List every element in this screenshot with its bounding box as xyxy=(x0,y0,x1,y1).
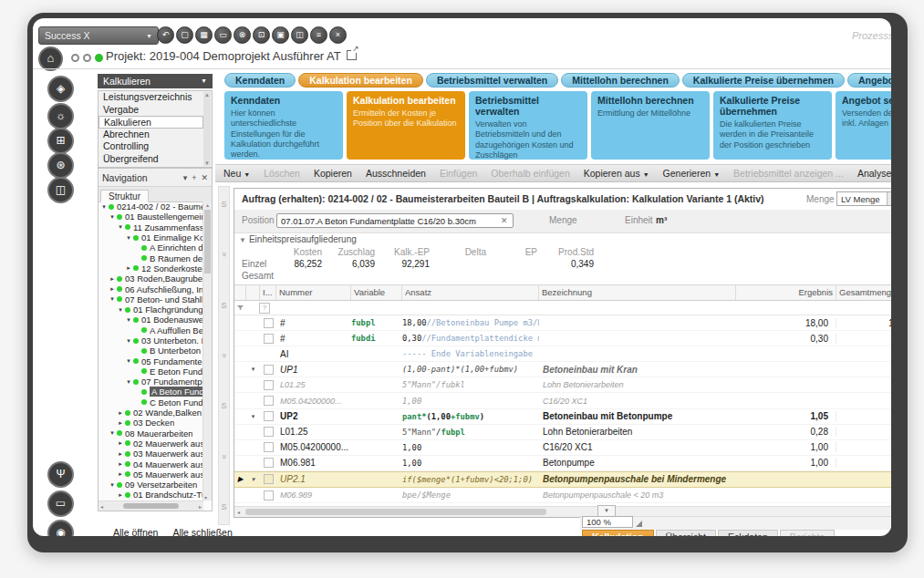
bottom-tab-übersicht[interactable]: Übersicht xyxy=(656,530,716,536)
tree-item[interactable]: ▸02 Mauerwerk aus Hochloch xyxy=(99,439,203,449)
row-checkbox[interactable] xyxy=(264,490,274,501)
row-checkbox[interactable] xyxy=(264,334,274,344)
zoom-level[interactable]: 100 % xyxy=(582,516,633,528)
tree-item[interactable]: ▸05 Mauerwerk aus Schalst-u xyxy=(99,470,203,480)
collapse-icon[interactable]: ▾ xyxy=(246,366,260,373)
layout-icon[interactable]: ▭ xyxy=(214,26,232,44)
row-checkbox[interactable] xyxy=(264,411,274,421)
tree-item[interactable]: ▾05 Fundamente aus Beto xyxy=(99,356,203,366)
table-row[interactable]: M06.9811,00Betonpumpe1,001,00 xyxy=(234,456,891,471)
process-card-2[interactable]: Kalkulation bearbeitenErmitteln der Kost… xyxy=(347,91,465,160)
expand-icon[interactable]: ▸ xyxy=(117,491,124,499)
table-row[interactable]: L01.255"Mann"/fubklLohn Betonierarbeiten xyxy=(234,377,891,393)
table-row[interactable]: AI----- Ende Variableneingabe ------ xyxy=(234,346,891,362)
expand-all-link[interactable]: Alle öffnen xyxy=(113,527,158,536)
filter-query-box[interactable]: ? xyxy=(259,303,270,314)
tree-item[interactable]: ▾08 Mauerarbeiten xyxy=(99,428,203,439)
tree-item[interactable]: ▾01 Einmalige Kosten der xyxy=(99,232,203,243)
tree-item[interactable]: ▾0214-002 / 02 - Baumeisterarbei xyxy=(99,201,203,212)
tree-item[interactable]: A Auffüllen Beton C8/ xyxy=(99,325,203,335)
tree-item[interactable]: ▸02 Wände,Balken und Stütze xyxy=(99,408,203,418)
row-checkbox[interactable] xyxy=(264,365,274,375)
expand-icon[interactable]: ▸ xyxy=(117,409,124,417)
close-icon[interactable]: ✕ xyxy=(201,173,208,182)
grid-column-header[interactable]: Ansatz xyxy=(402,285,539,300)
collapse-icon[interactable]: ▾ xyxy=(125,234,132,242)
resize-grip-icon[interactable] xyxy=(636,521,642,527)
tree-item[interactable]: ▸03 Decken xyxy=(99,418,203,428)
process-tab-2[interactable]: Kalkulation bearbeiten xyxy=(298,73,423,88)
workstation-icon[interactable]: ◉ xyxy=(47,520,74,536)
monitor-icon[interactable]: ▭ xyxy=(47,490,74,517)
print-icon[interactable]: ≡ xyxy=(310,26,327,44)
tree-item[interactable]: ▸04 Mauerwerk aus Porenbet xyxy=(99,459,203,469)
collapse-icon[interactable]: ▾ xyxy=(246,413,260,420)
table-row[interactable]: ▾UP2pant*(1,00+fubmv)Betoneinbau mit Bet… xyxy=(234,409,891,425)
row-checkbox[interactable] xyxy=(264,458,274,468)
paste-icon[interactable]: ▣ xyxy=(272,26,289,44)
sidebar-item-vergabe[interactable]: Vergabe xyxy=(99,104,203,117)
copy-icon[interactable]: ⊡ xyxy=(253,26,270,44)
external-link-icon[interactable] xyxy=(347,50,357,60)
bottom-tab-kalkulation[interactable]: Kalkulation xyxy=(582,530,654,536)
process-card-1[interactable]: KenndatenHier können unterschiedlichste … xyxy=(224,91,343,160)
expand-icon[interactable]: ▸ xyxy=(117,460,124,468)
sidebar-item-übergreifend[interactable]: Übergreifend xyxy=(99,153,203,166)
tree-item[interactable]: C Beton Fundamentpla xyxy=(99,397,203,408)
duplicate-icon[interactable]: ◫ xyxy=(291,26,308,44)
table-row[interactable]: M05.04200000...1,00C16/20 XC1 xyxy=(234,393,891,408)
process-card-4[interactable]: Mittellohn berechnenErmittlung der Mitte… xyxy=(591,91,710,160)
bottom-tab-eckdaten[interactable]: Eckdaten xyxy=(718,530,778,536)
row-checkbox[interactable] xyxy=(264,396,274,406)
gear-icon[interactable]: ⊛ xyxy=(47,152,74,179)
grid-column-header[interactable] xyxy=(234,285,246,300)
tree-item[interactable]: E Beton Fundament C2 xyxy=(99,366,203,377)
collapse-all-link[interactable]: Alle schließen xyxy=(172,527,232,536)
row-checkbox[interactable] xyxy=(264,442,274,452)
process-card-3[interactable]: Betriebsmittel verwaltenVerwalten von Be… xyxy=(469,91,587,160)
process-tab-5[interactable]: Kalkulierte Preise übernehmen xyxy=(682,73,845,88)
expand-icon[interactable]: ▸ xyxy=(125,264,132,272)
collapse-icon[interactable]: ▾ xyxy=(109,213,116,221)
grid-column-header[interactable] xyxy=(246,285,260,300)
pin-icon[interactable]: + xyxy=(192,173,196,182)
ep-section-title[interactable]: ▼Einheitspreisaufgliederung xyxy=(239,234,357,244)
position-input[interactable]: 07.01.07.A Beton Fundamentplatte C16/20 … xyxy=(276,213,514,228)
tree-item[interactable]: ▾09 Versetzarbeiten xyxy=(99,480,203,490)
tree-item[interactable]: ▾01 Flachgründungen, Boden xyxy=(99,304,203,315)
process-card-5[interactable]: Kalkulierte Preise übernehmenDie kalkuli… xyxy=(713,91,832,160)
tree-item[interactable]: ▾11 Zusammenfassung der B xyxy=(99,222,203,232)
toolbar-button-generieren[interactable]: Generieren▼ xyxy=(663,168,720,179)
sidebar-item-controlling[interactable]: Controlling xyxy=(99,140,203,153)
tree-item[interactable]: ▾01 Bodenauswechslung u xyxy=(99,315,203,325)
home-icon[interactable]: ⌂ xyxy=(38,46,63,71)
collapse-icon[interactable]: ▾ xyxy=(109,295,116,303)
grid-column-header[interactable]: Gesamtmenge xyxy=(836,285,891,300)
tree-item[interactable]: ▸03 Roden,Baugrube,Sicherung xyxy=(99,274,203,284)
cut-icon[interactable]: ⊗ xyxy=(234,26,251,44)
sidebar-item-kalkulieren[interactable]: Kalkulieren xyxy=(99,116,203,129)
chevron-down-icon[interactable]: ▾ xyxy=(183,173,188,182)
undo-icon[interactable]: ↶ xyxy=(157,26,174,44)
sidebar-item-abrechnen[interactable]: Abrechnen xyxy=(99,129,203,141)
process-tab-6[interactable]: Angebot senden xyxy=(847,73,891,88)
process-card-6[interactable]: Angebot sendenVersenden des Angebots ink… xyxy=(836,91,891,160)
grid-column-header[interactable]: Variable xyxy=(351,285,402,300)
collapsed-splitter[interactable]: S»S»S»S xyxy=(218,186,230,525)
table-row[interactable]: M06.989bpe/$MengeBetonpumpenpauschale < … xyxy=(234,488,891,503)
toolbar-button-neu[interactable]: Neu▼ xyxy=(223,168,250,179)
collapse-icon[interactable]: ▾ xyxy=(109,481,116,489)
table-row[interactable]: ▶▾UP2.1if($menge*(1+fubmv)<20;1;0)Betonp… xyxy=(234,471,891,488)
sun-icon[interactable]: ☼ xyxy=(47,103,74,129)
new-document-icon[interactable]: ▢ xyxy=(176,26,193,44)
tree-item[interactable]: A Beton Fundamentpl xyxy=(99,387,203,397)
collapse-icon[interactable]: ▾ xyxy=(246,476,260,483)
expand-icon[interactable]: ▸ xyxy=(117,439,124,447)
clear-icon[interactable]: ✕ xyxy=(501,216,508,225)
table-row[interactable]: M05.04200000...1,00C16/20 XC11,001,00 xyxy=(234,440,891,456)
menge-select[interactable]: LV Menge ▼ xyxy=(836,191,891,206)
module-dropdown[interactable]: Kalkulieren ▼ xyxy=(98,74,213,88)
tree-item[interactable]: ▾01 Baustellengemeinkosten xyxy=(99,212,203,222)
tree-item[interactable]: B Räumen der Baustel xyxy=(99,253,203,263)
expand-icon[interactable]: ▸ xyxy=(117,450,124,458)
